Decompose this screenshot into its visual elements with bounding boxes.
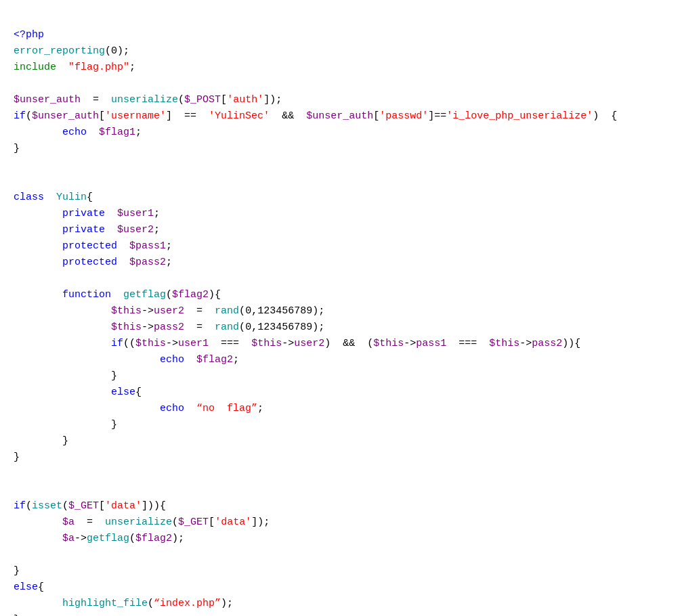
code-display: <?php error_reporting(0); include "flag.… — [14, 11, 668, 616]
php-open-tag: <?php — [14, 29, 44, 41]
line-class: class — [14, 192, 44, 203]
line-if-isset: if — [14, 500, 26, 512]
line-include: include — [14, 62, 56, 73]
line-unser-auth-assign: $unser_auth — [14, 94, 81, 106]
line-error-reporting: error_reporting — [14, 45, 105, 57]
line-if-unser: if — [14, 110, 26, 122]
